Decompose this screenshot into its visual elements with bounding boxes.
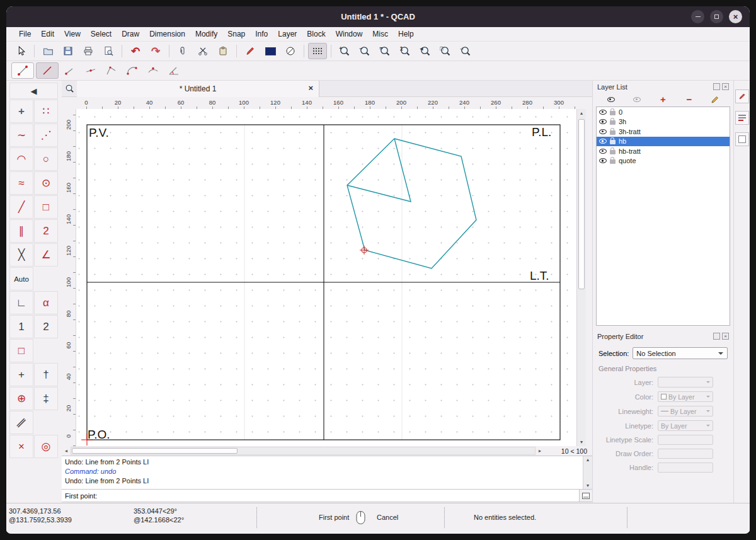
save-button[interactable] bbox=[59, 43, 77, 59]
layer-row[interactable]: quote bbox=[597, 156, 730, 166]
undo-button[interactable]: ↶ bbox=[126, 43, 145, 59]
remove-layer-button[interactable]: − bbox=[682, 93, 697, 106]
layer-lock-icon[interactable] bbox=[610, 140, 616, 144]
menu-file[interactable]: File bbox=[14, 28, 36, 40]
menu-help[interactable]: Help bbox=[393, 28, 419, 40]
line-horizontal-button[interactable] bbox=[81, 62, 100, 79]
color-select-button[interactable] bbox=[261, 43, 280, 59]
scroll-up-arrow[interactable]: ▴ bbox=[583, 457, 592, 462]
tool-hatch-button[interactable]: ∥ bbox=[9, 411, 33, 434]
layer-visible-icon[interactable] bbox=[599, 139, 607, 144]
show-all-layers-button[interactable] bbox=[604, 93, 619, 106]
menu-dimension[interactable]: Dimension bbox=[144, 28, 190, 40]
print-button[interactable] bbox=[79, 43, 98, 59]
panel-close-button[interactable]: × bbox=[722, 333, 729, 340]
tool-parallel-button[interactable]: ∥ bbox=[9, 219, 33, 243]
arc-button[interactable] bbox=[123, 62, 142, 79]
dock-toggle-panel-button[interactable] bbox=[735, 132, 749, 146]
grid-toggle-button[interactable] bbox=[308, 43, 327, 59]
redo-button[interactable]: ↷ bbox=[146, 43, 165, 59]
zoom-pan-button[interactable]: ⇔ bbox=[456, 43, 475, 59]
layer-lock-icon[interactable] bbox=[610, 120, 616, 125]
arc-3points-button[interactable] bbox=[144, 62, 163, 79]
vertical-scrollbar[interactable]: ▴ ▾ bbox=[576, 109, 586, 446]
layer-lock-icon[interactable] bbox=[610, 111, 616, 115]
panel-close-button[interactable]: × bbox=[722, 83, 729, 90]
vertical-scroll-thumb[interactable] bbox=[578, 119, 585, 289]
scroll-down-arrow[interactable]: ▾ bbox=[583, 483, 592, 488]
layer-lock-icon[interactable] bbox=[610, 130, 616, 135]
tool-snap-reference-button[interactable]: ◎ bbox=[34, 435, 58, 458]
history-scrollbar[interactable]: ▴ ▾ bbox=[583, 456, 592, 489]
tool-snap-center-button[interactable]: ⊕ bbox=[9, 387, 33, 410]
tool-line-button[interactable]: ╱ bbox=[9, 195, 33, 219]
line-2points-button[interactable] bbox=[11, 62, 34, 79]
zoom-out-button[interactable]: − bbox=[355, 43, 374, 59]
tool-dim-angle-button[interactable]: ∠ bbox=[34, 243, 58, 267]
tool-snap-middle-button[interactable]: ‡ bbox=[34, 387, 58, 410]
scroll-down-arrow[interactable]: ▾ bbox=[577, 439, 586, 445]
scroll-right-arrow[interactable]: ▸ bbox=[536, 448, 544, 454]
dock-toggle-list-button[interactable] bbox=[735, 111, 749, 125]
tool-cross-button[interactable]: ╳ bbox=[9, 243, 33, 267]
tool-arc-button[interactable]: ◠ bbox=[9, 147, 33, 171]
tool-coord-cartesian-button[interactable]: ∟ bbox=[9, 291, 33, 314]
layer-row[interactable]: 3h bbox=[597, 117, 730, 127]
close-button[interactable]: × bbox=[729, 10, 742, 23]
layer-row[interactable]: hb-tratt bbox=[597, 146, 730, 156]
layer-visible-icon[interactable] bbox=[599, 110, 607, 115]
tool-point-grid-button[interactable]: ∷ bbox=[34, 100, 58, 123]
tool-ordinate2-button[interactable]: 2 bbox=[34, 315, 58, 338]
tab-untitled-1[interactable]: * Untitled 1 × bbox=[77, 81, 319, 97]
minimize-button[interactable] bbox=[691, 10, 704, 23]
tool-circle-center-button[interactable]: ⊙ bbox=[34, 171, 58, 195]
open-button[interactable] bbox=[38, 43, 57, 59]
maximize-button[interactable] bbox=[710, 10, 723, 23]
tool-freehand-button[interactable]: ∼ bbox=[9, 124, 33, 147]
tool-point-chain-button[interactable]: ⋰ bbox=[34, 124, 58, 147]
layer-visible-icon[interactable] bbox=[599, 119, 607, 124]
tool-rectangle-button[interactable]: □ bbox=[34, 195, 58, 219]
layer-lock-icon[interactable] bbox=[610, 150, 616, 154]
layer-lock-icon[interactable] bbox=[610, 159, 616, 164]
tool-snap-endpoint-button[interactable]: † bbox=[34, 363, 58, 386]
pen-attributes-button[interactable] bbox=[241, 43, 260, 59]
angle-measure-button[interactable] bbox=[164, 62, 183, 79]
panel-float-button[interactable] bbox=[713, 333, 720, 340]
menu-info[interactable]: Info bbox=[250, 28, 273, 40]
tool-coord-polar-button[interactable]: α bbox=[34, 291, 58, 314]
menu-block[interactable]: Block bbox=[302, 28, 330, 40]
menu-view[interactable]: View bbox=[59, 28, 86, 40]
command-options-button[interactable] bbox=[579, 490, 592, 502]
tool-auto-snap-button[interactable]: Auto bbox=[9, 267, 33, 290]
tool-snap-exclude-button[interactable]: × bbox=[9, 435, 33, 458]
layer-row[interactable]: 3h-tratt bbox=[597, 127, 730, 137]
line-2points-active-button[interactable] bbox=[36, 62, 59, 79]
tool-spline-button[interactable]: ≈ bbox=[9, 171, 33, 195]
zoom-previous-button[interactable]: ◂ bbox=[416, 43, 435, 59]
tool-point-button[interactable]: + bbox=[9, 100, 33, 123]
add-layer-button[interactable]: + bbox=[655, 93, 670, 106]
menu-misc[interactable]: Misc bbox=[367, 28, 393, 40]
tab-close-button[interactable]: × bbox=[308, 83, 313, 93]
zoom-window-button[interactable]: □ bbox=[436, 43, 455, 59]
layer-row-selected[interactable]: hb bbox=[597, 137, 730, 147]
tool-ordinate1-button[interactable]: 1 bbox=[9, 315, 33, 338]
layer-visible-icon[interactable] bbox=[599, 158, 607, 163]
menu-snap[interactable]: Snap bbox=[222, 28, 250, 40]
horizontal-scrollbar[interactable] bbox=[71, 447, 536, 455]
edit-layer-button[interactable] bbox=[707, 93, 723, 106]
menu-draw[interactable]: Draw bbox=[117, 28, 144, 40]
layer-row[interactable]: 0 bbox=[597, 107, 730, 117]
horizontal-scroll-thumb[interactable] bbox=[72, 448, 238, 454]
tool-ellipse-button[interactable]: ○ bbox=[34, 147, 58, 171]
polyline-button[interactable] bbox=[102, 62, 121, 79]
cut-button[interactable] bbox=[193, 43, 212, 59]
hide-all-layers-button[interactable] bbox=[629, 93, 644, 106]
menu-edit[interactable]: Edit bbox=[36, 28, 59, 40]
menu-modify[interactable]: Modify bbox=[190, 28, 222, 40]
command-input[interactable] bbox=[62, 490, 579, 502]
panel-float-button[interactable] bbox=[713, 83, 720, 90]
scroll-left-arrow[interactable]: ◂ bbox=[62, 448, 71, 454]
tab-list-button[interactable] bbox=[62, 81, 77, 96]
